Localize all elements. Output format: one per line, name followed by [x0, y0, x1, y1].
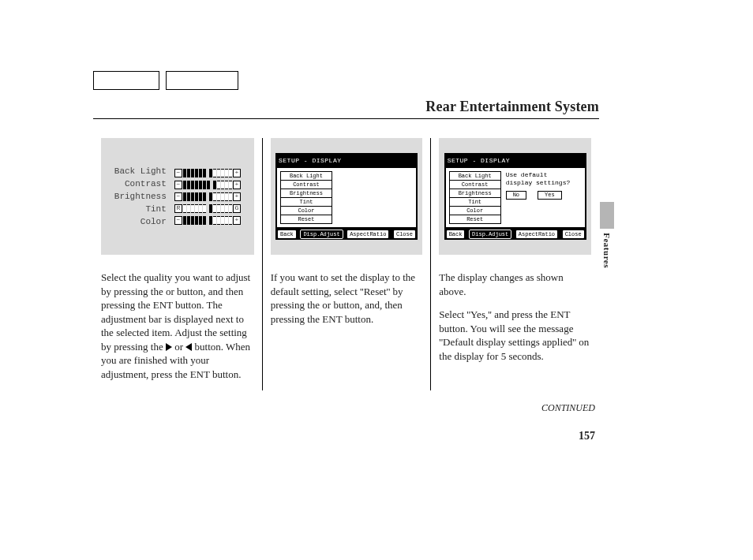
header-placeholder-boxes — [93, 71, 238, 90]
plus-icon: + — [233, 192, 241, 201]
slider-tint: R G — [174, 204, 241, 213]
slider-label: Contrast — [125, 179, 167, 189]
content-columns: Back Light Contrast Brightness Tint Colo… — [93, 138, 599, 390]
setup-footer: Back Disp.Adjust AspectRatio Close — [444, 229, 586, 240]
slider-label: Color — [140, 217, 167, 226]
minus-icon: − — [174, 169, 182, 177]
triangle-right-icon — [166, 343, 172, 351]
page-number: 157 — [579, 430, 595, 442]
slider-brightness: − + — [174, 192, 241, 201]
slider-backlight: − + — [174, 169, 241, 177]
manual-page: { "header": { "title": "Rear Entertainme… — [0, 0, 753, 560]
slider-contrast: − + — [174, 181, 241, 189]
column-2: SETUP - DISPLAY Back Light Contrast Brig… — [262, 138, 431, 390]
minus-icon: − — [174, 192, 182, 201]
disp-adjust-button: Disp.Adjust — [470, 230, 511, 238]
column-1: Back Light Contrast Brightness Tint Colo… — [93, 138, 262, 390]
menu-item: Reset — [280, 215, 332, 224]
placeholder-box — [166, 71, 238, 90]
section-tab-label: Features — [602, 233, 612, 268]
column-2-text: If you want to set the display to the de… — [271, 271, 423, 326]
minus-icon: − — [174, 216, 182, 225]
plus-icon: + — [233, 169, 241, 177]
setup-display-panel: SETUP - DISPLAY Back Light Contrast Brig… — [275, 153, 418, 240]
minus-icon: − — [174, 181, 182, 189]
disp-adjust-button: Disp.Adjust — [301, 230, 342, 238]
header-rule — [93, 118, 599, 119]
aspect-ratio-button: AspectRatio — [347, 230, 388, 238]
yes-button: Yes — [538, 191, 562, 200]
confirm-prompt: Use default display settings? No Yes — [506, 171, 582, 200]
slider-label: Brightness — [114, 192, 167, 201]
column-3: SETUP - DISPLAY Back Light Contrast Brig… — [430, 138, 599, 390]
slider-rows: − + − + − + — [174, 169, 241, 225]
column-3-text: The display changes as shown above. Sele… — [439, 271, 591, 363]
back-button: Back — [278, 230, 296, 238]
slider-label: Tint — [145, 204, 166, 214]
menu-item: Reset — [449, 215, 501, 224]
setup-display-figure: SETUP - DISPLAY Back Light Contrast Brig… — [271, 138, 423, 255]
setup-menu: Back Light Contrast Brightness Tint Colo… — [280, 171, 332, 224]
setup-title: SETUP - DISPLAY — [275, 155, 418, 166]
close-button: Close — [394, 230, 415, 238]
section-tab-marker — [600, 202, 614, 229]
placeholder-box — [93, 71, 159, 90]
plus-icon: + — [233, 216, 241, 225]
slider-labels: Back Light Contrast Brightness Tint Colo… — [114, 166, 167, 226]
adjustment-sliders-figure: Back Light Contrast Brightness Tint Colo… — [101, 138, 254, 255]
close-button: Close — [563, 230, 584, 238]
aspect-ratio-button: AspectRatio — [516, 230, 557, 238]
setup-menu: Back Light Contrast Brightness Tint Colo… — [449, 171, 501, 224]
setup-title: SETUP - DISPLAY — [444, 155, 586, 166]
page-title: Rear Entertainment System — [425, 99, 599, 115]
no-button: No — [506, 191, 526, 200]
slider-label: Back Light — [114, 166, 167, 176]
slider-color: − + — [174, 216, 241, 225]
setup-footer: Back Disp.Adjust AspectRatio Close — [275, 229, 418, 240]
plus-icon: + — [233, 181, 241, 189]
setup-display-panel: SETUP - DISPLAY Back Light Contrast Brig… — [444, 153, 586, 240]
back-button: Back — [447, 230, 465, 238]
r-icon: R — [174, 204, 182, 213]
column-1-text: Select the quality you want to adjust by… — [101, 271, 254, 381]
continued-label: CONTINUED — [541, 402, 595, 414]
g-icon: G — [233, 204, 241, 213]
setup-display-confirm-figure: SETUP - DISPLAY Back Light Contrast Brig… — [439, 138, 591, 255]
